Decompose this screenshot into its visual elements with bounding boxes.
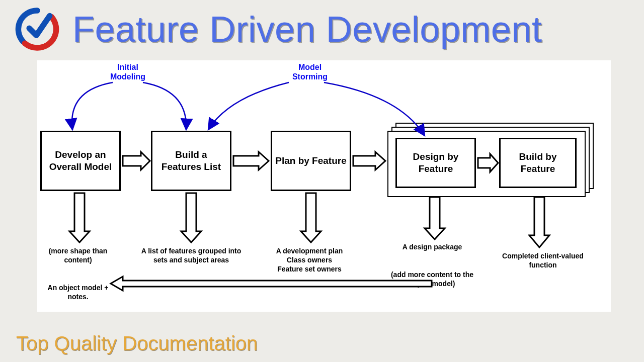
- step-plan-by-feature: Plan by Feature: [271, 131, 351, 191]
- output-build-feature: Completed client-valued function: [500, 251, 586, 269]
- checkmark-logo-icon: [15, 7, 59, 51]
- header: Feature Driven Development: [15, 7, 629, 51]
- step-develop-overall-model: Develop an Overall Model: [40, 131, 121, 191]
- label-initial-modeling: InitialModeling: [103, 62, 153, 81]
- output-build-list: A list of features grouped into sets and…: [141, 246, 242, 264]
- step-build-by-feature: Build by Feature: [499, 138, 577, 188]
- output-develop: (more shape than content)An object model…: [37, 246, 119, 301]
- output-plan: A development planClass ownersFeature se…: [257, 246, 362, 274]
- output-design: A design package(add more content to the…: [384, 242, 480, 288]
- page: Feature Driven Development InitialModeli…: [0, 0, 644, 362]
- step-build-features-list: Build a Features List: [151, 131, 231, 191]
- page-title: Feature Driven Development: [72, 9, 542, 50]
- label-model-storming: ModelStorming: [285, 62, 335, 81]
- fdd-diagram: InitialModeling ModelStorming Develop an…: [37, 60, 611, 312]
- footer-caption: Top Quality Documentation: [16, 332, 258, 355]
- step-design-by-feature: Design by Feature: [395, 138, 476, 188]
